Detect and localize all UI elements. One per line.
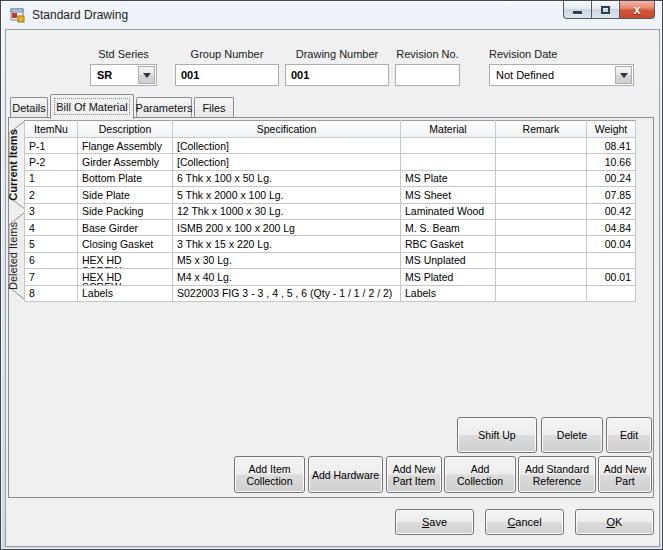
grid-cell-wt[interactable]: 10.66: [587, 154, 636, 170]
grid-cell-mat[interactable]: [401, 154, 496, 170]
grid-cell-item[interactable]: 7: [25, 269, 78, 285]
grid-cell-mat[interactable]: Labels: [401, 285, 496, 301]
grid-cell-desc[interactable]: Closing Gasket: [78, 236, 173, 252]
grid-cell-item[interactable]: 5: [25, 236, 78, 252]
grid-cell-rem[interactable]: [496, 252, 587, 268]
revision-no-input[interactable]: [395, 64, 460, 86]
table-row[interactable]: 7HEX HDSCREWM4 x 40 Lg.MS Plated00.01: [25, 269, 636, 285]
add-collection-button[interactable]: Add Collection: [444, 456, 516, 493]
grid-cell-spec[interactable]: M5 x 30 Lg.: [173, 252, 401, 268]
grid-cell-wt[interactable]: 00.01: [587, 269, 636, 285]
group-number-input[interactable]: 001: [175, 64, 279, 86]
grid-cell-spec[interactable]: 12 Thk x 1000 x 30 Lg.: [173, 203, 401, 219]
grid-cell-mat[interactable]: [401, 138, 496, 154]
grid-cell-wt[interactable]: [587, 285, 636, 301]
grid-cell-rem[interactable]: [496, 187, 587, 203]
table-row[interactable]: 1Bottom Plate6 Thk x 100 x 50 Lg.MS Plat…: [25, 170, 636, 186]
add-standard-reference-button[interactable]: Add Standard Reference: [518, 456, 596, 493]
chevron-down-icon[interactable]: [138, 66, 155, 84]
grid-cell-rem[interactable]: [496, 285, 587, 301]
grid-cell-desc[interactable]: Girder Assembly: [78, 154, 173, 170]
add-new-part-button[interactable]: Add New Part: [598, 456, 652, 493]
tab-files[interactable]: Files: [194, 97, 234, 118]
grid-cell-rem[interactable]: [496, 269, 587, 285]
table-row[interactable]: P-2Girder Assembly[Collection]10.66: [25, 154, 636, 170]
grid-cell-spec[interactable]: 5 Thk x 2000 x 100 Lg.: [173, 187, 401, 203]
save-button[interactable]: Save: [395, 509, 474, 535]
grid-cell-spec[interactable]: ISMB 200 x 100 x 200 Lg: [173, 219, 401, 235]
grid-cell-wt[interactable]: 00.04: [587, 236, 636, 252]
grid-cell-desc[interactable]: Labels: [78, 285, 173, 301]
grid-cell-spec[interactable]: M4 x 40 Lg.: [173, 269, 401, 285]
add-hardware-button[interactable]: Add Hardware: [308, 456, 383, 493]
table-row[interactable]: 2Side Plate5 Thk x 2000 x 100 Lg.MS Shee…: [25, 187, 636, 203]
grid-cell-mat[interactable]: Laminated Wood: [401, 203, 496, 219]
column-header-desc[interactable]: Description: [78, 121, 173, 138]
drawing-number-input[interactable]: 001: [285, 64, 389, 86]
grid-cell-mat[interactable]: RBC Gasket: [401, 236, 496, 252]
add-item-collection-button[interactable]: Add Item Collection: [234, 456, 305, 493]
table-row[interactable]: 6HEX HDSCREWM5 x 30 Lg.MS Unplated: [25, 252, 636, 268]
column-header-mat[interactable]: Material: [401, 121, 496, 138]
tab-bill-of-material[interactable]: Bill Of Material: [50, 94, 134, 119]
grid-cell-wt[interactable]: [587, 252, 636, 268]
grid-cell-rem[interactable]: [496, 203, 587, 219]
grid-cell-rem[interactable]: [496, 170, 587, 186]
grid-cell-item[interactable]: 2: [25, 187, 78, 203]
grid-cell-desc[interactable]: Bottom Plate: [78, 170, 173, 186]
grid-cell-spec[interactable]: S022003 FIG 3 - 3 , 4 , 5 , 6 (Qty - 1 /…: [173, 285, 401, 301]
grid-cell-spec[interactable]: [Collection]: [173, 154, 401, 170]
grid-cell-desc[interactable]: Side Plate: [78, 187, 173, 203]
grid-cell-mat[interactable]: MS Sheet: [401, 187, 496, 203]
title-bar[interactable]: Standard Drawing x: [1, 1, 662, 29]
grid-cell-spec[interactable]: 3 Thk x 15 x 220 Lg.: [173, 236, 401, 252]
close-button[interactable]: x: [620, 1, 655, 19]
grid-cell-rem[interactable]: [496, 154, 587, 170]
grid-cell-wt[interactable]: 08.41: [587, 138, 636, 154]
table-row[interactable]: 5Closing Gasket3 Thk x 15 x 220 Lg.RBC G…: [25, 236, 636, 252]
table-row[interactable]: 8LabelsS022003 FIG 3 - 3 , 4 , 5 , 6 (Qt…: [25, 285, 636, 301]
grid-cell-mat[interactable]: MS Unplated: [401, 252, 496, 268]
edit-button[interactable]: Edit: [606, 417, 652, 453]
ok-button[interactable]: OK: [575, 509, 654, 535]
grid-cell-wt[interactable]: 00.24: [587, 170, 636, 186]
grid-cell-item[interactable]: P-1: [25, 138, 78, 154]
grid-cell-spec[interactable]: 6 Thk x 100 x 50 Lg.: [173, 170, 401, 186]
grid-cell-desc[interactable]: Base Girder: [78, 219, 173, 235]
tab-details[interactable]: Details: [10, 97, 48, 118]
table-row[interactable]: 3Side Packing12 Thk x 1000 x 30 Lg.Lamin…: [25, 203, 636, 219]
table-row[interactable]: 4Base GirderISMB 200 x 100 x 200 LgM. S.…: [25, 219, 636, 235]
grid-cell-desc[interactable]: HEX HDSCREW: [78, 269, 173, 285]
grid-cell-rem[interactable]: [496, 219, 587, 235]
grid-cell-item[interactable]: 3: [25, 203, 78, 219]
delete-button[interactable]: Delete: [541, 417, 603, 453]
grid-cell-item[interactable]: P-2: [25, 154, 78, 170]
grid-cell-item[interactable]: 1: [25, 170, 78, 186]
column-header-item[interactable]: ItemNu: [25, 121, 78, 138]
tab-parameters[interactable]: Parameters: [136, 97, 192, 118]
minimize-button[interactable]: [563, 1, 592, 19]
revision-date-combo[interactable]: Not Defined: [489, 64, 634, 86]
shift-up-button[interactable]: Shift Up: [457, 417, 537, 453]
maximize-button[interactable]: [592, 1, 620, 19]
chevron-down-icon[interactable]: [615, 66, 632, 84]
grid-cell-rem[interactable]: [496, 236, 587, 252]
column-header-wt[interactable]: Weight: [587, 121, 636, 138]
cancel-button[interactable]: Cancel: [485, 509, 564, 535]
grid-cell-wt[interactable]: 00.42: [587, 203, 636, 219]
grid-cell-mat[interactable]: MS Plate: [401, 170, 496, 186]
grid-cell-rem[interactable]: [496, 138, 587, 154]
std-series-combo[interactable]: SR: [90, 64, 157, 86]
grid-cell-mat[interactable]: M. S. Beam: [401, 219, 496, 235]
column-header-spec[interactable]: Specification: [173, 121, 401, 138]
grid-cell-spec[interactable]: [Collection]: [173, 138, 401, 154]
grid-cell-wt[interactable]: 04.84: [587, 219, 636, 235]
grid-cell-item[interactable]: 8: [25, 285, 78, 301]
grid-cell-mat[interactable]: MS Plated: [401, 269, 496, 285]
grid-cell-desc[interactable]: Side Packing: [78, 203, 173, 219]
grid-cell-wt[interactable]: 07.85: [587, 187, 636, 203]
add-new-part-item-button[interactable]: Add New Part Item: [386, 456, 442, 493]
column-header-rem[interactable]: Remark: [496, 121, 587, 138]
grid-cell-desc[interactable]: HEX HDSCREW: [78, 252, 173, 268]
table-row[interactable]: P-1Flange Assembly[Collection]08.41: [25, 138, 636, 154]
